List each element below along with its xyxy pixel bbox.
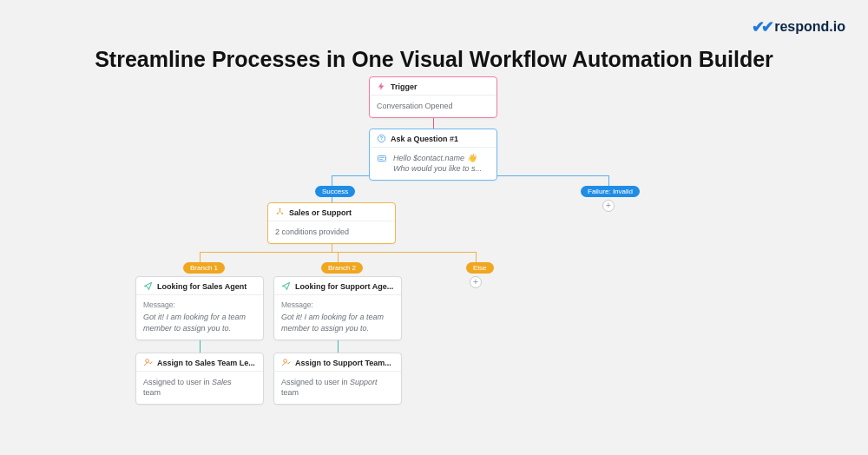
svg-point-7 [281, 213, 283, 214]
node-assign-sales[interactable]: Assign to Sales Team Le... Assigned to u… [135, 353, 264, 405]
question-icon: ? [377, 134, 386, 143]
workflow-canvas: Trigger Conversation Opened ? Ask a Ques… [0, 76, 868, 455]
page-title: Streamline Processes in One Visual Workf… [0, 47, 868, 72]
node-title: Ask a Question #1 [391, 135, 458, 143]
send-icon [143, 281, 153, 291]
branch-icon [275, 208, 285, 217]
svg-point-6 [277, 213, 279, 214]
node-title: Trigger [391, 82, 418, 91]
node-sales-agent[interactable]: Looking for Sales Agent Message: Got it!… [135, 276, 264, 340]
svg-rect-2 [378, 156, 386, 162]
send-icon [281, 281, 291, 291]
node-ask-question[interactable]: ? Ask a Question #1 Hello $contact.name … [369, 129, 497, 181]
node-branch[interactable]: Sales or Support 2 conditions provided [267, 202, 396, 244]
logo-check-icon: ✔✔ [752, 17, 771, 36]
node-subtitle: 2 conditions provided [268, 221, 395, 243]
node-subtitle: Conversation Opened [370, 96, 496, 117]
node-title: Looking for Sales Agent [157, 282, 247, 291]
pill-success: Success [315, 186, 355, 197]
node-body: Message: Got it! I am looking for a team… [274, 295, 401, 340]
message-icon [377, 153, 389, 174]
brand-logo: ✔✔ respond.io [752, 17, 845, 36]
node-body: Assigned to user in Supportteam [274, 372, 401, 404]
svg-point-9 [284, 359, 287, 363]
node-title: Assign to Sales Team Le... [157, 359, 255, 367]
node-title: Looking for Support Age... [295, 282, 393, 291]
pill-failure: Failure: Invalid [581, 186, 640, 197]
node-body: Message: Got it! I am looking for a team… [136, 295, 263, 340]
pill-else: Else [466, 262, 494, 274]
brand-name: respond.io [774, 19, 845, 35]
svg-text:?: ? [380, 135, 384, 141]
svg-point-8 [146, 359, 149, 363]
node-body: Hello $contact.name 👋 Who would you like… [393, 153, 482, 174]
add-step-button[interactable]: + [470, 276, 482, 288]
node-title: Assign to Support Team... [295, 359, 391, 367]
node-trigger[interactable]: Trigger Conversation Opened [369, 76, 497, 118]
node-support-agent[interactable]: Looking for Support Age... Message: Got … [273, 276, 402, 340]
svg-point-5 [279, 208, 281, 209]
add-step-button[interactable]: + [602, 200, 615, 212]
node-assign-support[interactable]: Assign to Support Team... Assigned to us… [273, 353, 402, 405]
node-body: Assigned to user in Salesteam [136, 372, 263, 404]
bolt-icon [377, 82, 386, 91]
node-title: Sales or Support [289, 208, 352, 217]
pill-branch2: Branch 2 [321, 262, 363, 274]
user-assign-icon [143, 358, 153, 367]
pill-branch1: Branch 1 [183, 262, 225, 274]
user-assign-icon [281, 358, 291, 367]
